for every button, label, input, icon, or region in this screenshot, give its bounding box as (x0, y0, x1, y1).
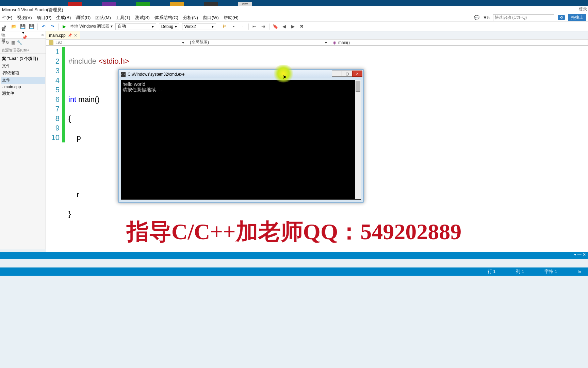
link-icon[interactable]: ⟲ (558, 15, 565, 20)
menu-file[interactable]: 件(E) (2, 15, 12, 21)
maximize-button[interactable]: ▢ (342, 71, 352, 77)
scrollbar[interactable] (355, 80, 361, 199)
scope-function-dropdown[interactable]: ◉main() (330, 40, 588, 45)
outdent-icon[interactable]: ⇥ (260, 24, 266, 30)
console-output[interactable]: hello world 请按任意键继续. . . (121, 80, 361, 200)
taskbar-app[interactable] (136, 2, 150, 6)
config-auto-dropdown[interactable]: 自动▾ (115, 23, 156, 30)
pin-icon[interactable]: 📌 (68, 33, 72, 37)
taskbar-app[interactable] (102, 2, 116, 6)
project-icon (49, 40, 53, 45)
toolbox-icon[interactable]: 🏳 (222, 24, 228, 30)
console-title: C:\Windows\system32\cmd.exe (128, 72, 184, 77)
clear-bookmarks-icon[interactable]: ✖ (299, 24, 305, 30)
console-line: hello world (122, 81, 359, 87)
feedback-icon[interactable]: 💬 (474, 15, 479, 20)
pin-icon[interactable]: ▾ 📌 (22, 30, 27, 40)
console-titlebar[interactable]: C:\ C:\Windows\system32\cmd.exe — ▢ ✕ (119, 70, 363, 78)
output-panel-header[interactable]: ▾ — ✕ (0, 252, 588, 259)
menu-build[interactable]: 生成(B) (56, 15, 71, 21)
cursor-icon: ➤ (282, 74, 287, 80)
tree-node-file[interactable]: · main.cpp (1, 84, 45, 90)
menu-bar: 件(E) 视图(V) 项目(P) 生成(B) 调试(D) 团队(M) 工具(T)… (0, 14, 588, 22)
tree-node-selected[interactable]: 文件 (1, 77, 45, 84)
menu-debug[interactable]: 调试(D) (76, 15, 91, 21)
notifications-icon[interactable]: ▼5 (483, 15, 490, 20)
search-input[interactable]: 🔍 (0, 46, 46, 54)
scrollbar-thumb[interactable] (356, 81, 360, 92)
menu-window[interactable]: 窗口(W) (203, 15, 219, 21)
menu-help[interactable]: 帮助(H) (224, 15, 239, 21)
status-ins: In (577, 269, 581, 274)
tree-node[interactable]: ·部依赖项 (1, 70, 45, 77)
redo-icon[interactable]: ↷ (49, 24, 55, 30)
taskbar-app[interactable] (170, 2, 184, 6)
menu-project[interactable]: 项目(P) (37, 15, 51, 21)
menu-architecture[interactable]: 体系结构(C) (154, 15, 178, 21)
sidebar-toolbar: ⌂ ↻ ▦ 🔧 (0, 39, 46, 46)
menu-view[interactable]: 视图(V) (17, 15, 32, 21)
close-icon[interactable]: ✕ (74, 33, 77, 38)
close-icon[interactable]: ✕ (41, 33, 44, 37)
file-tab-bar: main.cpp 📌 ✕ (46, 31, 588, 40)
next-bookmark-icon[interactable]: ▶ (290, 24, 296, 30)
taskbar-app[interactable] (68, 2, 82, 6)
minimize-button[interactable]: — (332, 71, 342, 77)
tree-node[interactable]: 文件 (1, 62, 45, 70)
scope-namespace-dropdown[interactable]: (全局范围)▾ (187, 40, 330, 45)
save-all-icon[interactable]: 💾 (29, 24, 35, 30)
taskbar-app[interactable]: WAV (238, 2, 252, 6)
login-link[interactable]: 登录 (578, 6, 587, 12)
taskbar-app[interactable] (204, 2, 218, 6)
refresh-icon[interactable]: ↻ (6, 40, 9, 45)
comment-icon[interactable]: ▪ (231, 24, 237, 30)
line-numbers: 12345678910 (46, 46, 62, 258)
window-title: Microsoft Visual Studio(管理员) (0, 6, 588, 14)
show-all-icon[interactable]: ▦ (11, 40, 15, 45)
platform-dropdown[interactable]: Win32▾ (182, 23, 216, 30)
console-line: 请按任意键继续. . . (122, 87, 359, 92)
uncomment-icon[interactable]: ▫ (240, 24, 246, 30)
indent-icon[interactable]: ⇤ (251, 24, 258, 30)
close-button[interactable]: ✕ (352, 71, 362, 77)
sidebar-tab[interactable]: 管理器 ▾ 📌 ✕ (0, 31, 46, 39)
panel-controls[interactable]: ▾ — ✕ (572, 252, 588, 257)
menu-test[interactable]: 测试(S) (135, 15, 150, 21)
undo-icon[interactable]: ↶ (40, 24, 47, 30)
menu-tools[interactable]: 工具(T) (116, 15, 130, 21)
play-icon[interactable]: ▶ (61, 24, 67, 30)
menu-team[interactable]: 团队(M) (95, 15, 111, 21)
status-line: 行 1 (488, 269, 496, 275)
toggle-button[interactable]: 拖拽上 (568, 14, 586, 21)
blank-area (0, 276, 588, 368)
tree-node[interactable]: 源文件 (1, 90, 45, 97)
solution-tree: 案 "List" (1 个项目) 文件 ·部依赖项 文件 · main.cpp … (0, 54, 46, 98)
home-icon[interactable]: ⌂ (1, 40, 4, 45)
bookmark-icon[interactable]: 🔖 (272, 24, 278, 30)
status-bar: 行 1 列 1 字符 1 In (0, 267, 588, 276)
change-indicator (62, 47, 65, 142)
status-char: 字符 1 (544, 269, 557, 275)
console-window[interactable]: C:\ C:\Windows\system32\cmd.exe — ▢ ✕ he… (118, 69, 364, 203)
scope-project-dropdown[interactable]: List▾ (46, 40, 187, 45)
function-icon: ◉ (333, 40, 336, 45)
prev-bookmark-icon[interactable]: ◀ (281, 24, 287, 30)
main-toolbar: ▾ 📂 💾 💾 ↶ ↷ ▶ 本地 Windows 调试器 ▾ 自动▾ Debug… (0, 22, 588, 31)
properties-icon[interactable]: 🔧 (17, 40, 22, 45)
os-taskbar: WAV (0, 0, 588, 6)
solution-node[interactable]: 案 "List" (1 个项目) (1, 55, 45, 62)
menu-analyze[interactable]: 分析(N) (183, 15, 198, 21)
open-icon[interactable]: 📂 (11, 24, 17, 30)
solution-explorer: 管理器 ▾ 📌 ✕ ⌂ ↻ ▦ 🔧 🔍 案 "List" (1 个项目) 文件 … (0, 31, 46, 249)
cmd-icon: C:\ (121, 72, 126, 77)
save-icon[interactable]: 💾 (20, 24, 26, 30)
file-tab-main[interactable]: main.cpp 📌 ✕ (46, 31, 80, 39)
quick-launch-input[interactable]: 快速启动 (Ctrl+Q) (493, 14, 554, 21)
config-dropdown[interactable]: Debug▾ (159, 23, 179, 30)
scope-bar: List▾ (全局范围)▾ ◉main() (46, 40, 588, 46)
debugger-dropdown[interactable]: 本地 Windows 调试器 ▾ (70, 24, 113, 29)
status-col: 列 1 (516, 269, 524, 275)
